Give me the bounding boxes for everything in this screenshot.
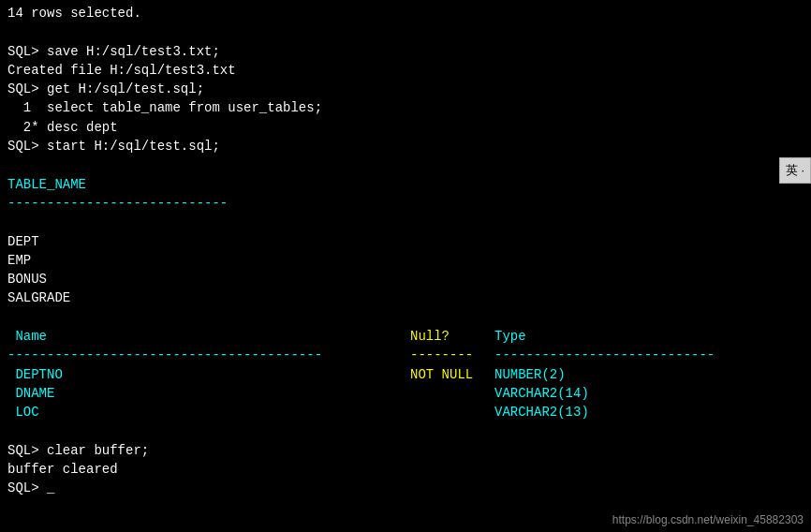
line-table-name-header: TABLE_NAME bbox=[7, 175, 804, 194]
line-blank-1 bbox=[7, 22, 804, 41]
desc-deptno-type: NUMBER(2) bbox=[494, 365, 566, 384]
terminal-output: 14 rows selected. SQL> save H:/sql/test3… bbox=[7, 4, 804, 498]
desc-header-row: Name Null? Type bbox=[7, 327, 804, 346]
desc-dname-type: VARCHAR2(14) bbox=[494, 384, 589, 403]
desc-name-sep: ---------------------------------------- bbox=[7, 346, 410, 364]
desc-loc-name: LOC bbox=[7, 403, 410, 421]
line-buffer-cleared: buffer cleared bbox=[7, 460, 804, 479]
line-sql-2: 2* desc dept bbox=[7, 118, 804, 137]
line-get-cmd: SQL> get H:/sql/test.sql; bbox=[7, 80, 804, 98]
desc-row-loc: LOC VARCHAR2(13) bbox=[7, 403, 804, 421]
language-button[interactable]: 英 · bbox=[779, 157, 811, 184]
line-blank-4 bbox=[7, 308, 804, 327]
desc-row-deptno: DEPTNO NOT NULL NUMBER(2) bbox=[7, 365, 804, 384]
line-bonus: BONUS bbox=[7, 270, 804, 288]
desc-dname-name: DNAME bbox=[7, 384, 410, 403]
line-rows-selected: 14 rows selected. bbox=[7, 4, 804, 22]
desc-dname-null bbox=[410, 384, 494, 403]
desc-loc-type: VARCHAR2(13) bbox=[494, 403, 589, 421]
desc-null-header: Null? bbox=[410, 327, 494, 346]
watermark: https://blog.csdn.net/weixin_45882303 bbox=[612, 513, 804, 526]
terminal: 14 rows selected. SQL> save H:/sql/test3… bbox=[0, 0, 811, 532]
desc-type-sep: ---------------------------- bbox=[494, 346, 715, 364]
line-start-cmd: SQL> start H:/sql/test.sql; bbox=[7, 137, 804, 155]
line-blank-3 bbox=[7, 213, 804, 231]
line-blank-2 bbox=[7, 155, 804, 174]
line-emp: EMP bbox=[7, 251, 804, 270]
line-table-name-sep: ---------------------------- bbox=[7, 194, 804, 213]
line-save-cmd: SQL> save H:/sql/test3.txt; bbox=[7, 42, 804, 61]
desc-deptno-null: NOT NULL bbox=[410, 365, 494, 384]
line-blank-5 bbox=[7, 422, 804, 441]
line-clear-cmd: SQL> clear buffer; bbox=[7, 441, 804, 460]
desc-type-header: Type bbox=[494, 327, 526, 346]
desc-row-dname: DNAME VARCHAR2(14) bbox=[7, 384, 804, 403]
line-sql-1: 1 select table_name from user_tables; bbox=[7, 98, 804, 117]
line-prompt: SQL> _ bbox=[7, 479, 804, 497]
desc-null-sep: -------- bbox=[410, 346, 494, 364]
desc-loc-null bbox=[410, 403, 494, 421]
line-salgrade: SALGRADE bbox=[7, 288, 804, 307]
desc-sep-row: ----------------------------------------… bbox=[7, 346, 804, 364]
desc-name-header: Name bbox=[7, 327, 410, 346]
line-dept: DEPT bbox=[7, 232, 804, 251]
line-created-file: Created file H:/sql/test3.txt bbox=[7, 61, 804, 80]
desc-deptno-name: DEPTNO bbox=[7, 365, 410, 384]
